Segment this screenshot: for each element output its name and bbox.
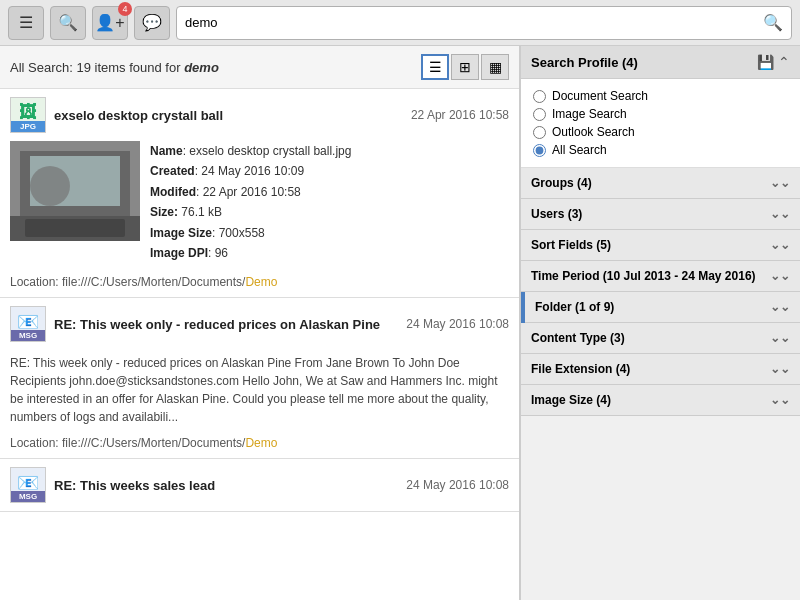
panel-header: Search Profile (4) 💾 ⌃ <box>521 46 800 79</box>
accordion-header-folder[interactable]: Folder (1 of 9) ⌄⌄ <box>521 292 800 322</box>
accordion-header-sort-fields[interactable]: Sort Fields (5) ⌄⌄ <box>521 230 800 260</box>
add-user-icon: 👤+ <box>95 13 124 32</box>
search-type-radio-group: Document Search Image Search Outlook Sea… <box>521 79 800 168</box>
accordion-header-groups[interactable]: Groups (4) ⌄⌄ <box>521 168 800 198</box>
radio-outlook-search[interactable] <box>533 126 546 139</box>
chevron-down-file-extension: ⌄⌄ <box>770 362 790 376</box>
panel-title: Search Profile (4) <box>531 55 638 70</box>
menu-button[interactable]: ☰ <box>8 6 44 40</box>
accordion-folder: Folder (1 of 9) ⌄⌄ <box>521 292 800 323</box>
view-buttons: ☰ ⊞ ▦ <box>421 54 509 80</box>
main-layout: All Search: 19 items found for demo ☰ ⊞ … <box>0 46 800 600</box>
accordion-label-time-period: Time Period (10 Jul 2013 - 24 May 2016) <box>531 269 756 283</box>
results-list: 🖼 JPG exselo desktop crystall ball 22 Ap… <box>0 89 519 600</box>
image-view-icon: ▦ <box>489 59 502 75</box>
search-button[interactable]: 🔍 <box>50 6 86 40</box>
location-text-2: Location: file:///C:/Users/Morten/Docume… <box>10 436 245 450</box>
result-meta-1: Name: exselo desktop crystall ball.jpg C… <box>150 141 509 263</box>
svg-point-3 <box>30 166 70 206</box>
accent-bar <box>521 292 525 323</box>
result-location-1: Location: file:///C:/Users/Morten/Docume… <box>0 271 519 297</box>
chevron-down-image-size: ⌄⌄ <box>770 393 790 407</box>
result-expanded-1: Name: exselo desktop crystall ball.jpg C… <box>0 141 519 271</box>
radio-item-image: Image Search <box>533 105 788 123</box>
result-date-1: 22 Apr 2016 10:58 <box>411 108 509 122</box>
chevron-down-users: ⌄⌄ <box>770 207 790 221</box>
search-input[interactable] <box>185 15 763 30</box>
file-type-label-msg-2: MSG <box>11 330 45 341</box>
radio-all-label: All Search <box>552 143 607 157</box>
result-card-2[interactable]: 📧 MSG RE: This week only - reduced price… <box>0 298 519 459</box>
file-type-label-jpg: JPG <box>11 121 45 132</box>
radio-outlook-label: Outlook Search <box>552 125 635 139</box>
chevron-down-content-type: ⌄⌄ <box>770 331 790 345</box>
result-thumbnail-1 <box>10 141 140 241</box>
chevron-up-icon: ⌃ <box>778 54 790 70</box>
accordion-header-file-extension[interactable]: File Extension (4) ⌄⌄ <box>521 354 800 384</box>
accordion-sort-fields: Sort Fields (5) ⌄⌄ <box>521 230 800 261</box>
message-button[interactable]: 💬 <box>134 6 170 40</box>
svg-rect-5 <box>25 219 125 237</box>
file-icon-jpg: 🖼 JPG <box>10 97 46 133</box>
left-panel: All Search: 19 items found for demo ☰ ⊞ … <box>0 46 520 600</box>
accordion-header-time-period[interactable]: Time Period (10 Jul 2013 - 24 May 2016) … <box>521 261 800 291</box>
result-title-1: exselo desktop crystall ball <box>54 108 403 123</box>
accordion-content-type: Content Type (3) ⌄⌄ <box>521 323 800 354</box>
accordion-label-folder: Folder (1 of 9) <box>535 300 614 314</box>
results-query: demo <box>184 60 219 75</box>
result-card-1[interactable]: 🖼 JPG exselo desktop crystall ball 22 Ap… <box>0 89 519 298</box>
result-date-2: 24 May 2016 10:08 <box>406 317 509 331</box>
radio-image-search[interactable] <box>533 108 546 121</box>
radio-all-search[interactable] <box>533 144 546 157</box>
radio-document-search[interactable] <box>533 90 546 103</box>
accordion-file-extension: File Extension (4) ⌄⌄ <box>521 354 800 385</box>
result-card-3[interactable]: 📧 MSG RE: This weeks sales lead 24 May 2… <box>0 459 519 512</box>
accordion-label-sort-fields: Sort Fields (5) <box>531 238 611 252</box>
accordion-image-size: Image Size (4) ⌄⌄ <box>521 385 800 416</box>
search-bar: 🔍 <box>176 6 792 40</box>
location-link-1[interactable]: Demo <box>245 275 277 289</box>
save-profile-button[interactable]: 💾 <box>757 54 774 70</box>
radio-image-label: Image Search <box>552 107 627 121</box>
chevron-down-time-period: ⌄⌄ <box>770 269 790 283</box>
results-header: All Search: 19 items found for demo ☰ ⊞ … <box>0 46 519 89</box>
accordion-time-period: Time Period (10 Jul 2013 - 24 May 2016) … <box>521 261 800 292</box>
accordion-users: Users (3) ⌄⌄ <box>521 199 800 230</box>
grid-view-icon: ⊞ <box>459 59 471 75</box>
accordion-header-image-size[interactable]: Image Size (4) ⌄⌄ <box>521 385 800 415</box>
result-body-2: RE: This week only - reduced prices on A… <box>0 350 519 432</box>
view-list-button[interactable]: ☰ <box>421 54 449 80</box>
location-text-1: Location: file:///C:/Users/Morten/Docume… <box>10 275 245 289</box>
file-icon-msg-2: 📧 MSG <box>10 306 46 342</box>
result-header-3: 📧 MSG RE: This weeks sales lead 24 May 2… <box>0 459 519 511</box>
results-header-text: All Search: 19 items found for <box>10 60 184 75</box>
search-icon: 🔍 <box>58 13 78 32</box>
file-icon-msg-3: 📧 MSG <box>10 467 46 503</box>
result-header-2: 📧 MSG RE: This week only - reduced price… <box>0 298 519 350</box>
list-view-icon: ☰ <box>429 59 442 75</box>
location-link-2[interactable]: Demo <box>245 436 277 450</box>
accordion-header-users[interactable]: Users (3) ⌄⌄ <box>521 199 800 229</box>
save-icon: 💾 <box>757 54 774 70</box>
collapse-panel-button[interactable]: ⌃ <box>778 54 790 70</box>
results-title: All Search: 19 items found for demo <box>10 60 219 75</box>
hamburger-icon: ☰ <box>19 13 33 32</box>
accordion-label-content-type: Content Type (3) <box>531 331 625 345</box>
accordion-groups: Groups (4) ⌄⌄ <box>521 168 800 199</box>
search-submit-icon[interactable]: 🔍 <box>763 13 783 32</box>
panel-header-actions: 💾 ⌃ <box>757 54 790 70</box>
accordion-label-file-extension: File Extension (4) <box>531 362 630 376</box>
right-panel: Search Profile (4) 💾 ⌃ Document Search I… <box>520 46 800 600</box>
accordion-header-content-type[interactable]: Content Type (3) ⌄⌄ <box>521 323 800 353</box>
view-grid-button[interactable]: ⊞ <box>451 54 479 80</box>
chevron-down-sort-fields: ⌄⌄ <box>770 238 790 252</box>
radio-document-label: Document Search <box>552 89 648 103</box>
radio-item-document: Document Search <box>533 87 788 105</box>
radio-item-all: All Search <box>533 141 788 159</box>
accordion-label-users: Users (3) <box>531 207 582 221</box>
result-title-2: RE: This week only - reduced prices on A… <box>54 317 398 332</box>
user-badge: 4 <box>118 2 132 16</box>
message-icon: 💬 <box>142 13 162 32</box>
view-image-button[interactable]: ▦ <box>481 54 509 80</box>
result-title-3: RE: This weeks sales lead <box>54 478 398 493</box>
